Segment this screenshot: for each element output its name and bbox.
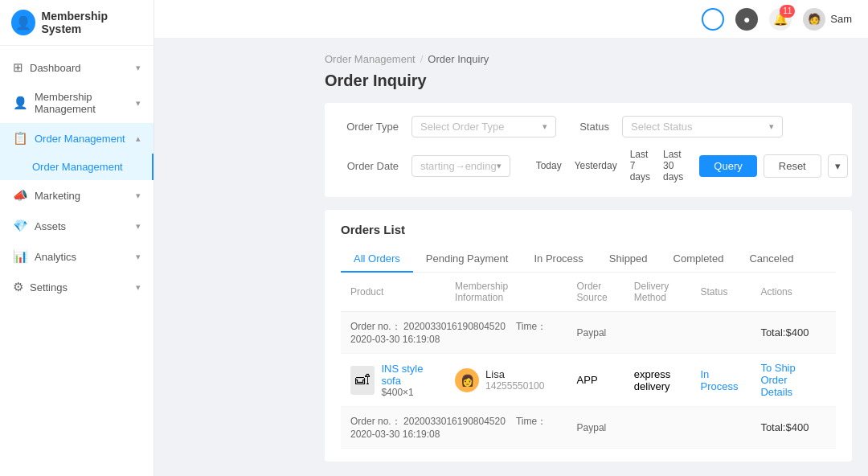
date-range-input[interactable]: starting→ending ▾ xyxy=(411,155,510,177)
tab-all-orders[interactable]: All Orders xyxy=(341,246,413,273)
tab-shipped[interactable]: Shipped xyxy=(596,246,661,273)
topbar: ● 🔔 11 🧑 Sam xyxy=(154,0,868,39)
member-cell: 👩 Lisa 14255550100 xyxy=(445,354,567,407)
member-phone: 14255550100 xyxy=(485,380,544,392)
sidebar-item-order[interactable]: 📋 Order Management ▴ xyxy=(0,123,154,154)
order-details-button[interactable]: Order Details xyxy=(760,374,792,398)
col-product: Product xyxy=(341,273,445,312)
topbar-circle-icon[interactable] xyxy=(702,8,724,31)
tab-canceled[interactable]: Canceled xyxy=(736,246,806,273)
filter-card: Order Type Select Order Type ▾ Status Se… xyxy=(325,103,852,197)
order-type-label: Order Type xyxy=(341,121,399,133)
tab-completed[interactable]: Completed xyxy=(661,246,737,273)
order-type-placeholder: Select Order Type xyxy=(420,121,505,133)
chevron-up-icon: ▴ xyxy=(136,133,141,144)
to-ship-button[interactable]: To Ship xyxy=(760,362,795,374)
product-name[interactable]: INS style sofa xyxy=(381,363,436,387)
quick-7days[interactable]: Last 7 days xyxy=(627,147,653,184)
analytics-icon: 📊 xyxy=(13,249,28,264)
date-placeholder: starting→ending xyxy=(420,160,497,172)
expand-filter-button[interactable]: ▾ xyxy=(828,154,848,178)
sidebar-item-marketing[interactable]: 📣 Marketing ▾ xyxy=(0,180,154,211)
time-label: Time： xyxy=(516,321,547,332)
order-type-select[interactable]: Select Order Type ▾ xyxy=(411,116,556,137)
status-label: Status xyxy=(569,121,609,133)
filter-row-2: Order Date starting→ending ▾ Today Yeste… xyxy=(341,147,836,184)
order-source: APP xyxy=(567,354,624,407)
user-area[interactable]: 🧑 Sam xyxy=(803,8,852,31)
assets-icon: 💎 xyxy=(13,219,28,233)
order-date-label: Order Date xyxy=(341,160,399,172)
order-meta-no2: Order no.： 2020033016190804520 Time： 202… xyxy=(341,407,567,449)
select-arrow-icon2: ▾ xyxy=(769,121,774,132)
order-label: Order Management xyxy=(35,133,125,145)
sidebar-item-membership[interactable]: 👤 Membership Management ▾ xyxy=(0,83,154,123)
status-badge: In Process xyxy=(700,368,738,392)
time-label2: Time： xyxy=(516,416,547,427)
product-price: $400×1 xyxy=(381,387,436,398)
settings-icon: ⚙ xyxy=(13,280,23,294)
sidebar-item-settings[interactable]: ⚙ Settings ▾ xyxy=(0,272,154,302)
orders-tabs: All Orders Pending Payment In Process Sh… xyxy=(341,246,836,273)
marketing-icon: 📣 xyxy=(13,188,28,203)
member-avatar: 👩 xyxy=(455,368,479,392)
product-cell: 🛋 INS style sofa $400×1 xyxy=(341,354,445,407)
marketing-label: Marketing xyxy=(35,190,80,202)
order-icon: 📋 xyxy=(13,131,28,146)
total-value2: Total:$400 xyxy=(760,421,809,433)
product-info: INS style sofa $400×1 xyxy=(381,363,436,398)
order-management-label: Order Management xyxy=(32,161,123,173)
col-membership: Membership Information xyxy=(445,273,567,312)
user-avatar: 🧑 xyxy=(803,8,825,31)
status-select[interactable]: Select Status ▾ xyxy=(622,116,783,137)
sidebar-item-analytics[interactable]: 📊 Analytics ▾ xyxy=(0,241,154,272)
reset-button[interactable]: Reset xyxy=(764,154,821,178)
sidebar-item-assets[interactable]: 💎 Assets ▾ xyxy=(0,211,154,241)
topbar-dark-circle[interactable]: ● xyxy=(735,8,758,31)
app-title: Membership System xyxy=(42,10,143,35)
order-no-value2: 2020033016190804520 xyxy=(403,416,506,427)
notification-badge: 11 xyxy=(780,5,795,18)
chevron-down-icon: ▾ xyxy=(136,221,141,232)
breadcrumb-parent[interactable]: Order Management xyxy=(325,53,416,65)
quick-date-buttons: Today Yesterday Last 7 days Last 30 days xyxy=(533,147,687,184)
calendar-icon: ▾ xyxy=(497,161,502,171)
tab-in-process[interactable]: In Process xyxy=(521,246,596,273)
sidebar-item-dashboard[interactable]: ⊞ Dashboard ▾ xyxy=(0,52,154,83)
sidebar-header: 👤 Membership System xyxy=(0,0,154,46)
analytics-label: Analytics xyxy=(35,251,76,263)
orders-section-title: Orders List xyxy=(341,223,836,236)
order-no-label: Order no.： xyxy=(350,321,401,332)
main-content: Order Management / Order Inquiry Order I… xyxy=(309,39,868,476)
app-logo: 👤 xyxy=(11,10,35,35)
notification-bell[interactable]: 🔔 11 xyxy=(769,8,792,31)
orders-table-wrap: Product Membership Information Order Sou… xyxy=(341,273,836,449)
sidebar-sub-order-management[interactable]: Order Management xyxy=(0,154,154,180)
total-value: Total:$400 xyxy=(760,326,809,339)
dashboard-label: Dashboard xyxy=(30,62,81,74)
order-meta-source2: Paypal xyxy=(567,407,624,449)
order-status: In Process xyxy=(690,354,751,407)
chevron-down-icon: ▾ xyxy=(136,63,141,73)
orders-card: Orders List All Orders Pending Payment I… xyxy=(325,210,852,462)
membership-icon: 👤 xyxy=(13,96,28,110)
tab-pending-payment[interactable]: Pending Payment xyxy=(413,246,522,273)
filter-actions: Query Reset ▾ xyxy=(699,154,847,178)
sidebar: 👤 Membership System ⊞ Dashboard ▾ 👤 Memb… xyxy=(0,0,154,476)
table-header-row: Product Membership Information Order Sou… xyxy=(341,273,836,312)
quick-yesterday[interactable]: Yesterday xyxy=(571,158,620,173)
query-button[interactable]: Query xyxy=(699,155,756,177)
breadcrumb-current: Order Inquiry xyxy=(428,53,489,65)
col-delivery: Delivery Method xyxy=(624,273,691,312)
quick-30days[interactable]: Last 30 days xyxy=(660,147,686,184)
user-name: Sam xyxy=(830,13,852,25)
table-row: 🛋 INS style sofa $400×1 👩 xyxy=(341,354,836,407)
member-name[interactable]: Lisa xyxy=(485,368,544,380)
col-source: Order Source xyxy=(567,273,624,312)
table-row: Order no.： 2020033016190804520 Time： 202… xyxy=(341,407,836,449)
quick-today[interactable]: Today xyxy=(533,158,565,173)
order-meta-source: Paypal xyxy=(567,312,624,354)
filter-row-1: Order Type Select Order Type ▾ Status Se… xyxy=(341,116,836,137)
order-actions: To Ship Order Details xyxy=(751,354,836,407)
order-meta-total2: Total:$400 xyxy=(751,407,836,449)
